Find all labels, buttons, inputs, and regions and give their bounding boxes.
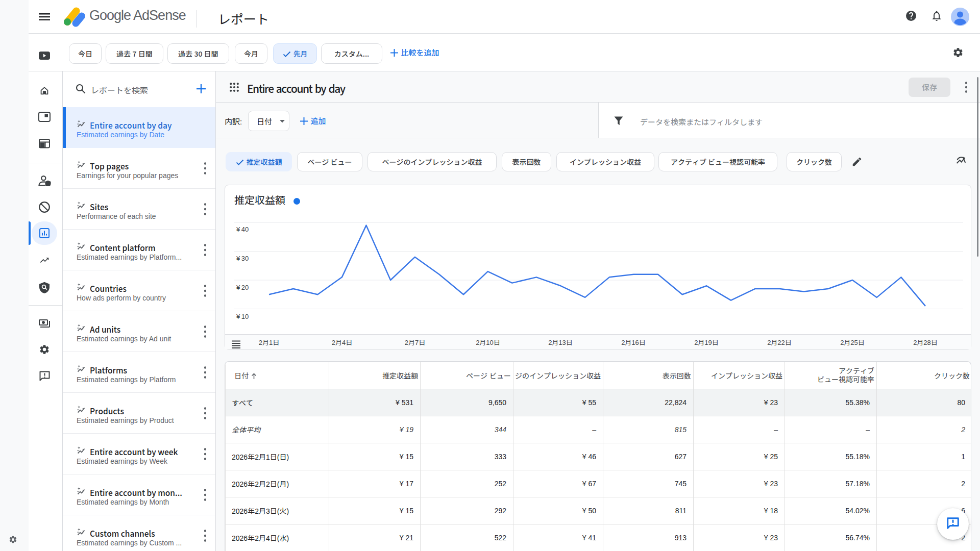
svg-text:2月1日: 2月1日 — [259, 339, 279, 346]
svg-text:¥ 30: ¥ 30 — [236, 255, 249, 262]
svg-text:2月16日: 2月16日 — [621, 339, 646, 346]
svg-text:2月7日: 2月7日 — [405, 339, 425, 346]
svg-text:¥ 20: ¥ 20 — [236, 284, 249, 291]
svg-text:2月22日: 2月22日 — [767, 339, 792, 346]
svg-text:2月19日: 2月19日 — [694, 339, 719, 346]
svg-text:2月13日: 2月13日 — [548, 339, 573, 346]
svg-text:2月25日: 2月25日 — [840, 339, 865, 346]
svg-text:2月10日: 2月10日 — [476, 339, 500, 346]
svg-text:2月28日: 2月28日 — [913, 339, 938, 346]
svg-text:2月4日: 2月4日 — [332, 339, 352, 346]
svg-text:¥ 10: ¥ 10 — [236, 313, 249, 320]
svg-text:¥ 40: ¥ 40 — [236, 226, 249, 233]
